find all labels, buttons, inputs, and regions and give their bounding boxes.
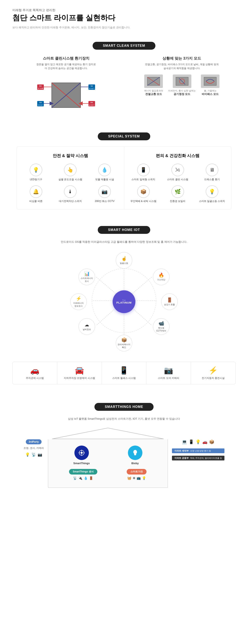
svg-rect-25 — [204, 77, 216, 86]
iot-badge: SMART HOME IOT — [98, 226, 150, 234]
modes-block: 상황에 맞는 3가지 모드 전열교환, 공기청정, 바이패스 3가지 모드로 날… — [128, 56, 236, 96]
icon-item-all-off: 💡 스마트 일괄소등 스위치 — [197, 186, 227, 203]
convenience-system-title: 편의 & 건강친화 시스템 — [128, 153, 227, 158]
standby-label: 대기전력차단 스위치 — [59, 200, 82, 203]
smart-clean-icon: 🌬 — [172, 164, 184, 176]
icon-item-dressroom: 🖥 드레스룸 환기 — [197, 164, 227, 181]
node-elevator-label: 승강기 호출 — [164, 303, 175, 306]
parking-icon: 🚗 — [30, 366, 39, 375]
icon-item-boiler: 🌿 친환경 보일러 — [163, 186, 193, 203]
icon-item-emergency: 🔔 비상콜 버튼 — [21, 186, 51, 203]
special-system-badge-wrap: SPECIAL SYSTEM — [0, 132, 248, 140]
apt-tag-2-label: 아파트 공용부 — [174, 457, 189, 459]
icon-item-led: 💡 LED등기구 — [21, 164, 51, 181]
icon-item-smart-clean: 🌬 스마트 클린 시스템 — [163, 164, 193, 181]
sensor-badge-block: SmartThings 센서 📡 🔌 💧 🚪 — [69, 469, 97, 480]
apt-tag-2: 아파트 공용부 택배, 주차관제, 엘리베이터호출 등 — [172, 456, 225, 460]
appliance-badge-block: 스마트가전 🧺 ❄ 📺 💡 — [127, 469, 147, 480]
iot-diagram: The PLATINUM ☝ 일괄소등 🔥 가스차단 🚪 승강기 호출 📹 복도… — [70, 252, 178, 352]
hero-desc: 보다 쾌적하고 편리하며 안전한 미래형 주거문화, 에너지, 보안, 친환경까… — [12, 26, 236, 30]
node-elevator-icon: 🚪 — [167, 297, 172, 303]
basement-icon: 🚘 — [75, 366, 84, 375]
boiler-icon: 🌿 — [172, 186, 184, 198]
led-label: LED등기구 — [30, 178, 42, 181]
st-desc: 삼성 IoT 플랫폼 SmartThings로 삼성전자 스마트가전, IOT … — [12, 417, 236, 421]
emergency-icon: 🔔 — [30, 186, 42, 198]
safety-system-block: 안전 & 절약 시스템 💡 LED등기구 👆 실별 온도조절 시스템 💧 빗물 … — [17, 147, 124, 209]
bixby-logo-label: Bixby — [128, 462, 142, 465]
smart-clean-badge-wrap: SMART CLEAN SYSTEM — [0, 42, 248, 50]
third-party-icon-1: 💡 — [25, 452, 30, 457]
svg-text:SA: SA — [90, 85, 93, 87]
mode-label-top-3: 봄, 가을에는 — [201, 89, 220, 92]
smart-switch-label: 스마트 일제형 스위치 — [131, 178, 155, 181]
mode-label-bold-3: 바이패스 모드 — [201, 92, 220, 96]
parking-label: 주차관제 시스템 — [26, 376, 44, 380]
modes-title: 상황에 맞는 3가지 모드 — [128, 56, 236, 61]
mode-icon-3 — [201, 74, 220, 88]
node-smart-energy-label: 스마트에너지표시 — [81, 277, 93, 283]
svg-text:실내공기: 실내공기 — [89, 88, 95, 90]
node-cctv-label: 복도동CCTV제어 — [156, 326, 166, 332]
hub-center: The PLATINUM — [113, 290, 135, 313]
node-energy-icon: ⚡ — [76, 296, 81, 301]
safety-system-title: 안전 & 절약 시스템 — [21, 153, 120, 158]
third-party-label: 조명, 센서, 카메라 — [23, 446, 44, 450]
smartthings-logo-block: SmartThings — [73, 446, 90, 465]
third-party-icons: 💡 📡 📷 — [25, 452, 42, 457]
third-party-icon-2: 📡 — [31, 452, 36, 457]
icon-item-temp: 👆 실별 온도조절 시스템 — [55, 164, 85, 181]
mode-item-1: 에너지 절감효과와 전열교환 모드 — [144, 74, 163, 96]
apt-info-block: 💻 📱 💡 🚗 📦 아파트 세대부 조명·난방·냉방·환기 등 아파트 공용부 … — [172, 427, 225, 460]
house-block: SmartThings Bixby SmartThings 센서 — [48, 427, 168, 488]
appliance-icons: 🧺 ❄ 📺 💡 — [127, 476, 147, 480]
bixby-logo-circle — [128, 446, 142, 460]
node-cctv: 📹 복도동CCTV제어 — [153, 318, 170, 335]
st-badge: SMARTTHINGS HOME — [94, 403, 154, 411]
iot-bottom-door-cam: 📷 스마트 도어 카메라 — [146, 362, 191, 384]
dressroom-label: 드레스룸 환기 — [204, 178, 220, 181]
st-badge-row: SmartThings 센서 📡 🔌 💧 🚪 스마트가전 — [54, 469, 161, 480]
temp-icon: 👆 — [64, 164, 76, 176]
temp-label: 실별 온도조절 시스템 — [58, 178, 82, 181]
standby-icon: 🌡 — [64, 186, 76, 198]
hrv-block: 스마트 클린시스템 환기장치 창문을 열지 않고 깨끗한 공기를 제공하는 환기… — [12, 56, 120, 116]
node-smart-energy-icon: 📊 — [84, 271, 90, 276]
iot-bottom-parking: 🚗 주차관제 시스템 — [12, 362, 57, 384]
wallpad-label: 스마트 월패스 시스템 — [112, 376, 136, 380]
svg-text:실내배기: 실내배기 — [89, 104, 95, 106]
modes-grid: 에너지 절감효과와 전열교환 모드 미세먼지, 황사 심한 날에는 공기청정 모… — [128, 74, 236, 96]
smartthings-section: 삼성 IoT 플랫폼 SmartThings로 삼성전자 스마트가전, IOT … — [0, 417, 248, 500]
node-weather: ☁ 날씨정보 — [78, 318, 95, 335]
svg-text:외부공기: 외부공기 — [38, 104, 43, 106]
node-cctv-icon: 📹 — [159, 321, 164, 326]
node-gas-label: 가스차단 — [157, 278, 165, 281]
iot-badge-wrap: SMART HOME IOT — [0, 226, 248, 234]
cctv-label: 200만 화소 CCTV — [95, 200, 114, 203]
mode-icon-1 — [144, 74, 163, 88]
svg-text:RA: RA — [90, 102, 93, 104]
node-gas: 🔥 가스차단 — [153, 268, 170, 285]
svg-text:OA: OA — [39, 102, 42, 104]
all-off-icon: 💡 — [206, 186, 218, 198]
node-all-off-label: 일괄소등 — [120, 262, 128, 265]
icon-item-parcel: 📦 무인택배 & 세탁 시스템 — [128, 186, 159, 203]
third-party-icon-3: 📷 — [38, 452, 42, 457]
third-party-badge: 3rdParty — [26, 439, 42, 444]
mode-item-2: 미세먼지, 황사 심한 날에는 공기청정 모드 — [168, 74, 196, 96]
svg-point-37 — [81, 452, 83, 454]
hero-section: 미래형 주거로 똑똑하고 편리한 첨단 스마트 라이프를 실현하다 보다 쾌적하… — [0, 0, 248, 36]
hrv-title: 스마트 클린시스템 환기장치 — [12, 56, 120, 61]
smartthings-logo-label: SmartThings — [73, 462, 90, 465]
smart-clean-label: 스마트 클린 시스템 — [167, 178, 188, 181]
node-elevator: 🚪 승강기 호출 — [161, 294, 178, 310]
sensor-icons: 📡 🔌 💧 🚪 — [69, 476, 97, 480]
special-system-badge: SPECIAL SYSTEM — [98, 132, 150, 140]
boiler-label: 친환경 보일러 — [170, 200, 185, 203]
node-gas-icon: 🔥 — [159, 272, 164, 278]
hub-inner-text: The — [122, 299, 126, 301]
special-system-section: 안전 & 절약 시스템 💡 LED등기구 👆 실별 온도조절 시스템 💧 빗물 … — [0, 146, 248, 220]
apt-tag-1-label: 아파트 세대부 — [174, 450, 189, 452]
third-party-block: 3rdParty 조명, 센서, 카메라 💡 📡 📷 — [23, 427, 44, 457]
house-body: SmartThings Bixby SmartThings 센서 — [48, 439, 168, 488]
